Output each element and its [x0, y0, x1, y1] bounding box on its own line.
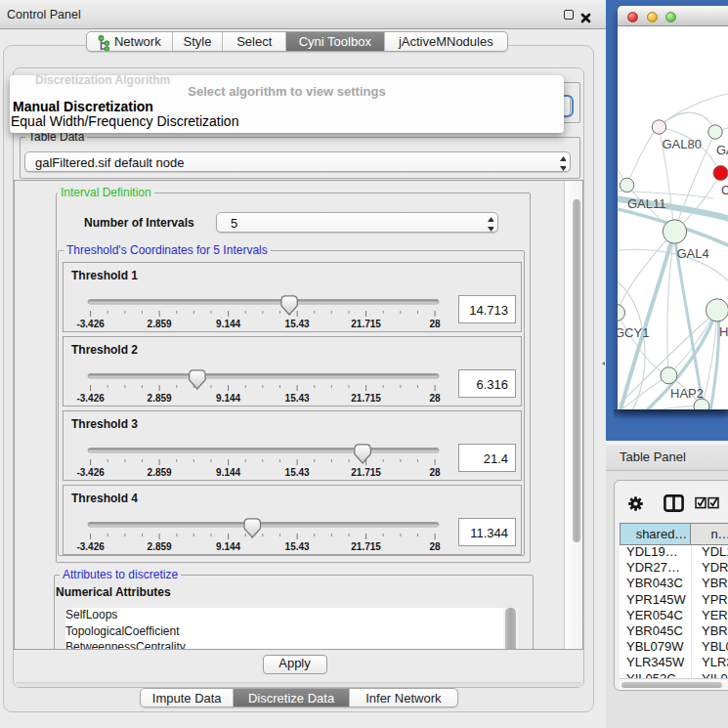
svg-text:28: 28	[430, 393, 442, 404]
svg-text:Threshold 2: Threshold 2	[71, 343, 138, 357]
svg-text:GCY1: GCY1	[618, 325, 649, 340]
svg-text:15.43: 15.43	[285, 319, 310, 329]
svg-text:-3.426: -3.426	[76, 467, 105, 478]
svg-text:-3.426: -3.426	[76, 393, 105, 404]
svg-text:21.715: 21.715	[351, 393, 381, 404]
svg-text:28: 28	[430, 541, 442, 552]
svg-text:2.859: 2.859	[148, 467, 172, 478]
svg-text:2.859: 2.859	[148, 319, 172, 329]
svg-text:9.144: 9.144	[216, 467, 240, 478]
svg-text:15.43: 15.43	[285, 393, 310, 404]
svg-text:9.144: 9.144	[216, 541, 240, 552]
svg-text:GAL80: GAL80	[663, 137, 702, 151]
svg-text:-3.426: -3.426	[76, 319, 105, 329]
svg-text:15.43: 15.43	[285, 467, 310, 478]
svg-text:9.144: 9.144	[216, 393, 240, 404]
svg-text:GA: GA	[716, 143, 728, 157]
svg-text:GAL4: GAL4	[677, 246, 709, 261]
svg-text:Threshold 3: Threshold 3	[71, 417, 138, 431]
svg-text:C: C	[721, 183, 728, 197]
svg-text:28: 28	[430, 319, 442, 329]
svg-text:15.43: 15.43	[285, 541, 310, 552]
svg-text:21.715: 21.715	[351, 467, 381, 478]
svg-text:Threshold 4: Threshold 4	[71, 492, 138, 505]
svg-text:-3.426: -3.426	[76, 541, 105, 552]
svg-text:28: 28	[430, 467, 442, 478]
svg-text:2.859: 2.859	[148, 541, 172, 552]
svg-text:GAL11: GAL11	[627, 196, 666, 211]
svg-text:21.715: 21.715	[351, 541, 381, 552]
svg-text:Threshold 1: Threshold 1	[71, 269, 138, 282]
svg-text:2.859: 2.859	[148, 393, 172, 404]
svg-text:21.715: 21.715	[351, 319, 381, 329]
svg-text:9.144: 9.144	[216, 319, 240, 329]
svg-text:H: H	[719, 324, 728, 339]
svg-text:HAP2: HAP2	[670, 386, 704, 401]
